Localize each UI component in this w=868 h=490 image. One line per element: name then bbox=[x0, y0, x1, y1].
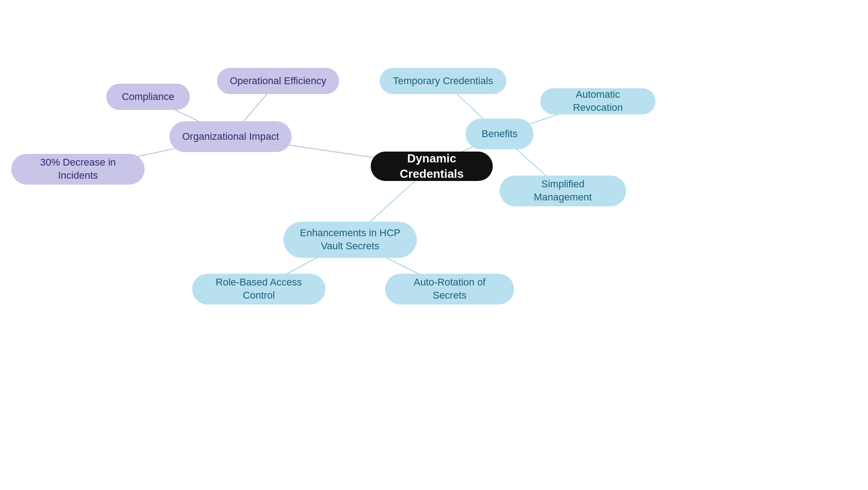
node-simplified-management: Simplified Management bbox=[500, 176, 626, 206]
node-temporary-credentials: Temporary Credentials bbox=[380, 68, 506, 94]
node-compliance: Compliance bbox=[106, 84, 190, 110]
node-operational-efficiency: Operational Efficiency bbox=[217, 68, 339, 94]
node-automatic-revocation: Automatic Revocation bbox=[540, 88, 656, 114]
node-organizational-impact: Organizational Impact bbox=[170, 121, 292, 152]
node-benefits: Benefits bbox=[466, 119, 533, 149]
center-node: Dynamic Credentials bbox=[371, 152, 493, 181]
node-rbac: Role-Based Access Control bbox=[192, 274, 326, 304]
node-hcp-vault: Enhancements in HCP Vault Secrets bbox=[283, 222, 417, 258]
node-auto-rotation: Auto-Rotation of Secrets bbox=[385, 274, 514, 304]
node-decrease-incidents: 30% Decrease in Incidents bbox=[11, 154, 145, 185]
